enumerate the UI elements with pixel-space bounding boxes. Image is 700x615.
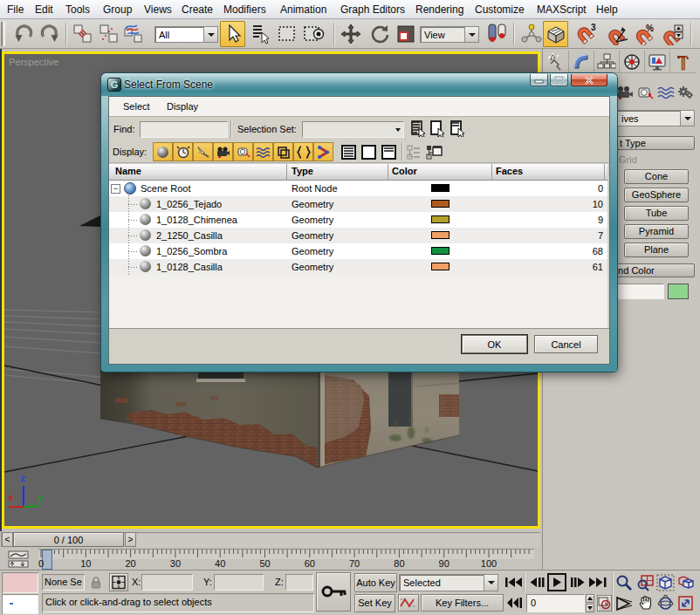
select-object-button[interactable] xyxy=(220,21,245,47)
select-and-manipulate-button[interactable] xyxy=(518,21,544,47)
pyramid-button[interactable]: Pyramid xyxy=(624,224,689,239)
dialog-menu-display[interactable]: Display xyxy=(167,101,198,112)
tab-utilities[interactable] xyxy=(670,51,696,73)
find-input[interactable] xyxy=(140,121,228,138)
maxscript-mini-listener[interactable] xyxy=(2,594,38,614)
close-button[interactable] xyxy=(571,74,607,86)
select-and-scale-button[interactable] xyxy=(393,21,418,47)
selection-set-dropdown[interactable] xyxy=(302,121,404,138)
time-slider-thumb[interactable]: 0 / 100 xyxy=(13,532,124,547)
display-geometry-button[interactable] xyxy=(153,142,173,161)
display-children-toggle[interactable] xyxy=(407,145,422,160)
category-space-warps-icon[interactable] xyxy=(657,85,673,100)
maximize-button[interactable] xyxy=(550,74,568,86)
absolute-mode-transform-toggle[interactable] xyxy=(109,573,128,591)
menu-edit[interactable]: Edit xyxy=(35,3,53,16)
column-separator[interactable] xyxy=(388,164,388,181)
table-row-2_1250_casilla[interactable]: 2_1250_CasillaGeometry7 xyxy=(109,228,607,243)
pan-view-button[interactable] xyxy=(636,594,655,612)
cancel-button[interactable]: Cancel xyxy=(534,335,598,353)
expander-icon[interactable]: − xyxy=(111,184,120,194)
select-and-move-button[interactable] xyxy=(338,21,363,47)
column-separator[interactable] xyxy=(604,164,605,181)
select-and-rotate-button[interactable] xyxy=(367,21,392,47)
select-invert-helper-button[interactable] xyxy=(450,120,465,137)
y-coord-field[interactable] xyxy=(214,574,264,591)
display-cameras-button[interactable] xyxy=(213,142,233,161)
frame-spinner[interactable] xyxy=(586,594,594,612)
unlink-selection-button[interactable] xyxy=(96,21,121,47)
category-systems-icon[interactable] xyxy=(677,85,693,100)
use-pivot-point-center-button[interactable] xyxy=(484,21,510,47)
table-header[interactable]: NameTypeColorFaces xyxy=(109,164,607,181)
display-all-button[interactable] xyxy=(361,145,376,160)
autogrid-label[interactable]: Grid xyxy=(619,154,637,165)
table-row-scene-root[interactable]: −Scene RootRoot Node0 xyxy=(109,181,607,196)
key-mode-toggle-button[interactable] xyxy=(505,596,523,610)
column-separator[interactable] xyxy=(491,164,492,181)
x-coord-field[interactable] xyxy=(141,574,193,591)
display-helpers-button[interactable] xyxy=(233,142,253,161)
table-row-1_0256_tejado[interactable]: 1_0256_TejadoGeometry10 xyxy=(109,196,607,212)
redo-button[interactable] xyxy=(37,21,62,47)
menu-modifiers[interactable]: Modifiers xyxy=(223,3,266,16)
selection-filter-arrow[interactable] xyxy=(203,27,217,42)
cone-button[interactable]: Cone xyxy=(624,169,689,184)
dialog-menu-select[interactable]: Select xyxy=(123,101,150,112)
selected-keys-dropdown[interactable]: Selected xyxy=(399,574,498,591)
row-color-swatch[interactable] xyxy=(431,247,450,255)
play-animation-button[interactable] xyxy=(547,573,566,591)
category-cameras-icon[interactable] xyxy=(616,85,632,100)
table-row-1_0128_chimenea[interactable]: 1_0128_ChimeneaGeometry9 xyxy=(109,212,607,228)
time-slider-next-button[interactable]: > xyxy=(125,532,136,547)
minimize-button[interactable] xyxy=(530,74,548,86)
menu-graph-editors[interactable]: Graph Editors xyxy=(340,3,405,16)
menu-file[interactable]: File xyxy=(7,3,24,16)
column-separator[interactable] xyxy=(286,164,287,181)
snap-3d-button[interactable]: 3 xyxy=(574,21,600,47)
orbit-button[interactable] xyxy=(656,594,675,612)
plane-button[interactable]: Plane xyxy=(624,243,689,257)
time-configuration-button[interactable] xyxy=(597,595,612,612)
auto-key-button[interactable]: Auto Key xyxy=(354,573,397,592)
dialog-title-bar[interactable]: G Select From Scene xyxy=(101,73,617,96)
tab-modify[interactable] xyxy=(569,51,594,73)
zoom-extents-all-button[interactable] xyxy=(676,574,695,591)
geosphere-button[interactable]: GeoSphere xyxy=(624,188,689,202)
column-header-type[interactable]: Type xyxy=(292,166,313,176)
table-row-1_0256_sombra[interactable]: 1_0256_SombraGeometry68 xyxy=(109,243,607,259)
bind-to-space-warp-button[interactable] xyxy=(120,21,146,47)
display-bones-button[interactable] xyxy=(313,142,333,161)
display-groups-button[interactable] xyxy=(273,142,293,161)
tab-hierarchy[interactable] xyxy=(594,51,620,73)
tube-button[interactable]: Tube xyxy=(624,206,689,221)
zoom-button[interactable] xyxy=(615,574,633,591)
go-to-end-button[interactable] xyxy=(588,574,608,591)
percent-snap-toggle-button[interactable]: % xyxy=(632,21,657,47)
default-in-out-tangents-button[interactable] xyxy=(398,594,419,612)
spinner-up-button[interactable] xyxy=(586,594,594,603)
select-and-link-button[interactable] xyxy=(70,21,95,47)
maximize-viewport-toggle-button[interactable] xyxy=(676,594,695,612)
spinner-down-button[interactable] xyxy=(586,604,594,612)
time-slider-prev-button[interactable]: < xyxy=(2,532,13,547)
row-color-swatch[interactable] xyxy=(431,200,450,208)
current-frame-field[interactable]: 0 xyxy=(526,594,585,612)
column-header-faces[interactable]: Faces xyxy=(496,166,523,176)
edit-named-selection-sets-button[interactable] xyxy=(411,120,426,137)
field-of-view-button[interactable] xyxy=(615,595,633,612)
display-shapes-button[interactable] xyxy=(173,142,193,161)
z-coord-field[interactable] xyxy=(285,574,313,591)
row-color-swatch[interactable] xyxy=(431,263,450,270)
go-to-start-button[interactable] xyxy=(504,574,523,591)
menu-tools[interactable]: Tools xyxy=(65,3,90,16)
select-by-name-button[interactable] xyxy=(248,21,273,47)
row-color-swatch[interactable] xyxy=(431,215,450,223)
display-space-warps-button[interactable] xyxy=(253,142,273,161)
toolbar-drag-handle[interactable] xyxy=(1,22,5,46)
angle-snap-toggle-button[interactable] xyxy=(604,21,629,47)
previous-frame-button[interactable] xyxy=(527,574,545,591)
snaps-toggle-button[interactable] xyxy=(543,21,568,47)
display-invert-button[interactable] xyxy=(381,145,396,160)
zoom-extents-button[interactable] xyxy=(656,574,675,591)
